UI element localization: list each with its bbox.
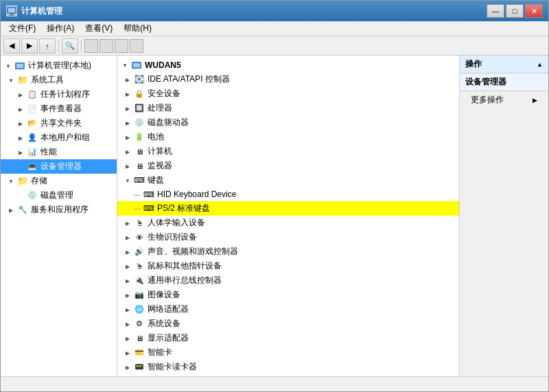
sidebar-item-task-scheduler[interactable]: 📋 任务计划程序 — [1, 87, 117, 102]
device-security[interactable]: 🔒 安全设备 — [117, 87, 459, 101]
sidebar-item-system-tools[interactable]: 📁 系统工具 — [1, 73, 117, 87]
device-keyboard[interactable]: ⌨ 键盘 — [117, 173, 459, 187]
toolbar-btn-5[interactable] — [84, 39, 98, 53]
device-network[interactable]: 🌐 网络适配器 — [117, 302, 459, 316]
users-label: 本地用户和组 — [40, 132, 90, 143]
computer-icon: 🖥 — [134, 146, 145, 157]
storage-expand — [6, 176, 16, 186]
bio-expand — [123, 233, 132, 242]
sysdev-label: 系统设备 — [148, 318, 180, 330]
device-usb[interactable]: 🔌 通用串行总线控制器 — [117, 273, 459, 288]
sysdev-icon: ⚙ — [134, 319, 145, 330]
maximize-button[interactable]: □ — [506, 4, 524, 18]
device-battery[interactable]: 🔋 电池 — [117, 130, 459, 144]
toolbar-separator-1 — [58, 40, 59, 52]
camera-icon: 📷 — [134, 290, 145, 301]
mouse-icon: 🖱 — [134, 261, 145, 272]
security-expand — [123, 89, 132, 99]
users-icon: 👤 — [27, 132, 38, 143]
right-panel-collapse-icon[interactable]: ▲ — [537, 61, 543, 68]
usb-expand — [123, 276, 132, 286]
toolbar-btn-3[interactable]: ↑ — [39, 38, 56, 54]
device-computer[interactable]: 🖥 计算机 — [117, 144, 459, 159]
device-ide[interactable]: 💽 IDE ATA/ATAPI 控制器 — [117, 72, 459, 87]
device-sound[interactable]: 🔊 声音、视频和游戏控制器 — [117, 244, 459, 259]
window-controls: — □ ✕ — [487, 4, 543, 18]
window-title: 计算机管理 — [21, 5, 487, 17]
device-root[interactable]: WUDAN5 — [117, 58, 459, 72]
device-display[interactable]: 🖥 显示适配器 — [117, 331, 459, 345]
usb-icon: 🔌 — [134, 275, 145, 286]
minimize-button[interactable]: — — [487, 4, 504, 18]
menu-help[interactable]: 帮助(H) — [118, 21, 157, 36]
scr-expand — [123, 362, 132, 372]
shared-label: 共享文件夹 — [40, 117, 82, 129]
mouse-label: 鼠标和其他指针设备 — [148, 260, 222, 272]
toolbar-btn-6[interactable] — [100, 39, 113, 53]
disk-label: 磁盘管理 — [40, 189, 73, 201]
device-root-label: WUDAN5 — [145, 60, 181, 70]
sound-expand — [123, 247, 132, 257]
display-expand — [123, 334, 132, 343]
toolbar-btn-7[interactable] — [115, 39, 128, 53]
left-root[interactable]: 计算机管理(本地) — [1, 58, 117, 73]
device-mouse[interactable]: 🖱 鼠标和其他指针设备 — [117, 259, 459, 273]
scr-icon: 📟 — [134, 362, 145, 373]
diskdrive-expand — [123, 118, 132, 128]
device-hid-keyboard[interactable]: — ⌨ HID Keyboard Device — [117, 187, 459, 201]
toolbar-btn-1[interactable]: ◀ — [3, 38, 20, 54]
sidebar-item-storage[interactable]: 📁 存储 — [1, 174, 117, 188]
menu-file[interactable]: 文件(F) — [3, 21, 41, 36]
event-label: 事件查看器 — [40, 103, 82, 115]
device-smartcard-reader[interactable]: 📟 智能卡读卡器 — [117, 360, 459, 374]
ide-label: IDE ATA/ATAPI 控制器 — [148, 73, 230, 85]
sidebar-item-local-users[interactable]: 👤 本地用户和组 — [1, 130, 117, 145]
device-hid[interactable]: 🖱 人体学输入设备 — [117, 216, 459, 230]
status-bar — [1, 376, 548, 391]
keyboard-label: 键盘 — [148, 174, 164, 186]
ps2-label: PS/2 标准键盘 — [157, 203, 210, 214]
hid2-expand — [123, 218, 132, 228]
toolbar: ◀ ▶ ↑ 🔍 — [1, 36, 548, 56]
right-panel: 操作 ▲ 设备管理器 更多操作 ▶ — [459, 56, 548, 376]
ps2-expand: — — [132, 204, 142, 214]
bio-icon: 👁 — [134, 232, 145, 243]
device-ps2-keyboard[interactable]: — ⌨ PS/2 标准键盘 — [117, 201, 459, 216]
sidebar-item-device-manager[interactable]: 💻 设备管理器 — [1, 159, 117, 174]
sidebar-item-event-viewer[interactable]: 📄 事件查看器 — [1, 102, 117, 116]
toolbar-btn-2[interactable]: ▶ — [21, 38, 38, 54]
display-icon: 🖥 — [134, 333, 145, 344]
close-button[interactable]: ✕ — [525, 4, 543, 18]
sidebar-item-services[interactable]: 🔧 服务和应用程序 — [1, 203, 117, 217]
toolbar-btn-4[interactable]: 🔍 — [62, 38, 78, 54]
sidebar-item-disk-mgmt[interactable]: 💿 磁盘管理 — [1, 188, 117, 203]
diskdrive-icon: 💿 — [134, 117, 145, 128]
disk-icon: 💿 — [27, 190, 38, 201]
services-icon: 🔧 — [17, 205, 28, 216]
device-camera[interactable]: 📷 图像设备 — [117, 288, 459, 302]
device-monitor[interactable]: 🖥 监视器 — [117, 159, 459, 173]
device-smartcard[interactable]: 💳 智能卡 — [117, 345, 459, 360]
toolbar-btn-8[interactable] — [130, 39, 143, 53]
sound-icon: 🔊 — [134, 246, 145, 257]
network-icon: 🌐 — [134, 304, 145, 315]
device-processor[interactable]: 🔲 处理器 — [117, 101, 459, 115]
shared-icon: 📂 — [27, 118, 38, 129]
monitor-label: 监视器 — [148, 160, 172, 172]
more-actions-item[interactable]: 更多操作 ▶ — [460, 91, 548, 108]
middle-panel: WUDAN5 💽 IDE ATA/ATAPI 控制器 🔒 安全设备 🔲 处理器 — [117, 56, 459, 376]
monitor-icon: 🖥 — [134, 161, 145, 172]
device-biometric[interactable]: 👁 生物识别设备 — [117, 230, 459, 244]
sidebar-item-performance[interactable]: 📊 性能 — [1, 145, 117, 159]
storage-icon: 📁 — [17, 176, 28, 187]
security-icon: 🔒 — [134, 89, 145, 100]
event-icon: 📄 — [27, 104, 38, 115]
menu-view[interactable]: 查看(V) — [80, 21, 118, 36]
system-tools-expand — [6, 76, 16, 85]
network-label: 网络适配器 — [148, 303, 189, 315]
device-sysdevice[interactable]: ⚙ 系统设备 — [117, 316, 459, 331]
device-disk-drive[interactable]: 💿 磁盘驱动器 — [117, 115, 459, 130]
sidebar-item-shared-folders[interactable]: 📂 共享文件夹 — [1, 116, 117, 130]
diskdrive-label: 磁盘驱动器 — [148, 117, 189, 128]
menu-action[interactable]: 操作(A) — [41, 21, 80, 36]
